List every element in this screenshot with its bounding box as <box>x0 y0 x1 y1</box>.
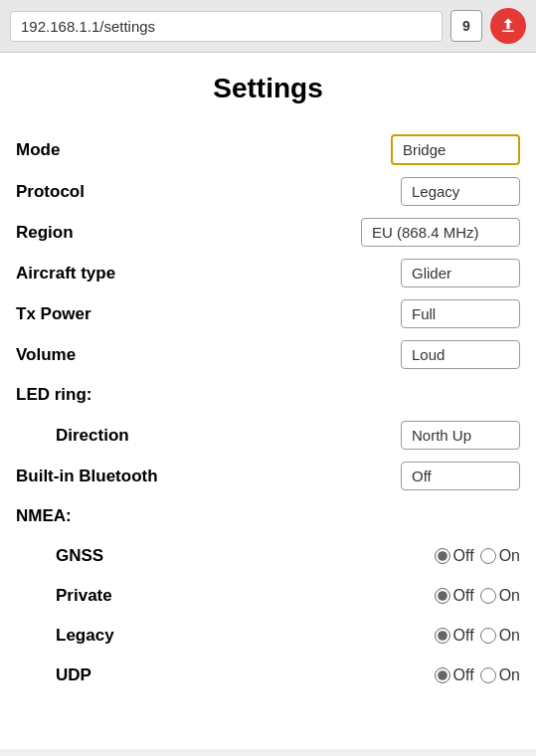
mode-select-wrapper: Bridge Legacy Off <box>391 134 520 165</box>
led-ring-label: LED ring: <box>16 385 92 405</box>
protocol-row: Protocol Legacy FANET+ Off <box>16 171 520 212</box>
volume-label: Volume <box>16 345 76 365</box>
udp-off-label[interactable]: Off <box>435 666 474 684</box>
legacy-radio-group: Off On <box>435 627 520 645</box>
tx-power-select[interactable]: Full Low Off <box>401 299 520 328</box>
legacy-on-label[interactable]: On <box>480 627 520 645</box>
tx-power-label: Tx Power <box>16 304 91 324</box>
bluetooth-select-wrapper: Off On <box>401 462 520 490</box>
direction-label: Direction <box>56 426 129 446</box>
volume-row: Volume Loud Medium Low Off <box>16 334 520 375</box>
protocol-select-wrapper: Legacy FANET+ Off <box>401 177 520 206</box>
direction-select[interactable]: North Up Track Up <box>401 421 520 450</box>
aircraft-type-row: Aircraft type Glider Paraglider Hang-gli… <box>16 253 520 293</box>
page-title: Settings <box>16 73 520 104</box>
udp-on-label[interactable]: On <box>480 666 520 684</box>
protocol-label: Protocol <box>16 182 85 202</box>
udp-label: UDP <box>56 665 91 685</box>
protocol-select[interactable]: Legacy FANET+ Off <box>401 177 520 206</box>
bluetooth-row: Built-in Bluetooth Off On <box>16 456 520 496</box>
gnss-row: GNSS Off On <box>16 536 520 576</box>
tx-power-row: Tx Power Full Low Off <box>16 293 520 334</box>
region-select-wrapper: EU (868.4 MHz) US (915 MHz) AU (917 MHz) <box>361 218 520 247</box>
aircraft-type-select-wrapper: Glider Paraglider Hang-glider Balloon UA… <box>401 259 520 287</box>
private-label: Private <box>56 586 112 606</box>
udp-on-radio[interactable] <box>480 667 496 683</box>
led-ring-row: LED ring: <box>16 375 520 415</box>
region-row: Region EU (868.4 MHz) US (915 MHz) AU (9… <box>16 212 520 253</box>
legacy-on-radio[interactable] <box>480 628 496 644</box>
region-label: Region <box>16 223 74 243</box>
udp-off-radio[interactable] <box>435 667 450 683</box>
gnss-off-label[interactable]: Off <box>435 547 474 565</box>
legacy-off-label[interactable]: Off <box>435 627 474 645</box>
aircraft-type-select[interactable]: Glider Paraglider Hang-glider Balloon UA… <box>401 259 520 287</box>
aircraft-type-label: Aircraft type <box>16 264 115 284</box>
bluetooth-select[interactable]: Off On <box>401 462 520 490</box>
tab-count-badge[interactable]: 9 <box>450 10 482 42</box>
direction-row: Direction North Up Track Up <box>16 415 520 456</box>
private-off-radio[interactable] <box>435 588 450 604</box>
udp-row: UDP Off On <box>16 656 520 695</box>
gnss-on-label[interactable]: On <box>480 547 520 565</box>
svg-rect-0 <box>502 31 514 33</box>
upload-button[interactable] <box>490 8 526 44</box>
mode-label: Mode <box>16 140 60 160</box>
address-bar[interactable] <box>10 11 443 42</box>
udp-radio-group: Off On <box>435 666 520 684</box>
private-on-radio[interactable] <box>480 588 496 604</box>
settings-table: Mode Bridge Legacy Off Protocol Legacy F… <box>16 128 520 695</box>
legacy-off-radio[interactable] <box>435 628 450 644</box>
browser-bar: 9 <box>0 0 536 53</box>
volume-select-wrapper: Loud Medium Low Off <box>401 340 520 369</box>
nmea-row: NMEA: <box>16 496 520 536</box>
gnss-off-radio[interactable] <box>435 548 450 564</box>
volume-select[interactable]: Loud Medium Low Off <box>401 340 520 369</box>
region-select[interactable]: EU (868.4 MHz) US (915 MHz) AU (917 MHz) <box>361 218 520 247</box>
upload-icon <box>499 17 517 35</box>
tx-power-select-wrapper: Full Low Off <box>401 299 520 328</box>
legacy-label: Legacy <box>56 626 114 646</box>
private-on-label[interactable]: On <box>480 587 520 605</box>
mode-select[interactable]: Bridge Legacy Off <box>391 134 520 165</box>
page-content: Settings Mode Bridge Legacy Off Protocol… <box>0 53 536 749</box>
private-row: Private Off On <box>16 576 520 616</box>
direction-select-wrapper: North Up Track Up <box>401 421 520 450</box>
legacy-row: Legacy Off On <box>16 616 520 656</box>
private-off-label[interactable]: Off <box>435 587 474 605</box>
mode-row: Mode Bridge Legacy Off <box>16 128 520 171</box>
private-radio-group: Off On <box>435 587 520 605</box>
bluetooth-label: Built-in Bluetooth <box>16 467 158 486</box>
nmea-label: NMEA: <box>16 506 72 526</box>
gnss-radio-group: Off On <box>435 547 520 565</box>
gnss-on-radio[interactable] <box>480 548 496 564</box>
gnss-label: GNSS <box>56 546 103 566</box>
